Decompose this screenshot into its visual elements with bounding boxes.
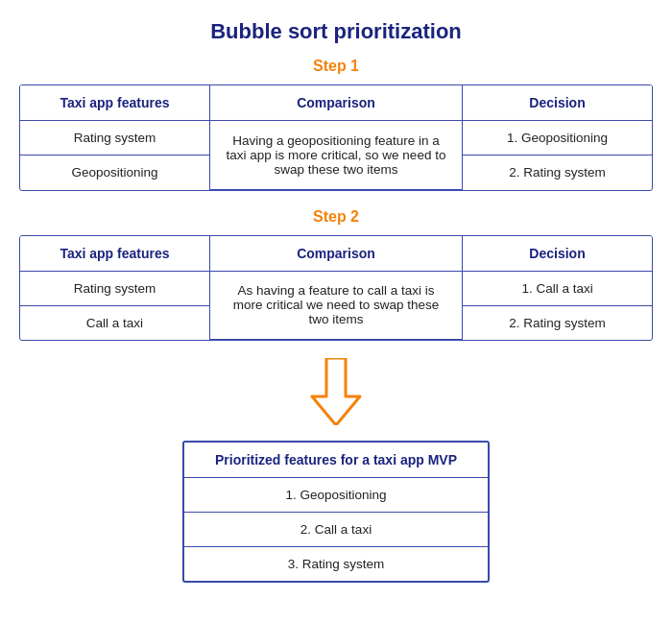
page-title: Bubble sort prioritization	[19, 19, 653, 44]
down-arrow	[19, 358, 653, 425]
step1-label: Step 1	[19, 58, 653, 75]
result-box: Prioritized features for a taxi app MVP …	[182, 441, 490, 583]
result-header: Prioritized features for a taxi app MVP	[184, 443, 488, 478]
table-row: Rating system	[20, 271, 209, 305]
table-row: As having a feature to call a taxi is mo…	[209, 271, 462, 340]
step2-table: Taxi app features Comparison Decision Ra…	[19, 235, 653, 342]
table-row: 2. Rating system	[463, 156, 652, 190]
step2-label: Step 2	[19, 208, 653, 226]
step1-header-decision: Decision	[463, 85, 652, 121]
list-item: 2. Call a taxi	[184, 513, 488, 547]
step2-header-decision: Decision	[463, 236, 652, 272]
list-item: 3. Rating system	[184, 547, 488, 581]
table-row: 1. Geopositioning	[463, 121, 652, 156]
table-row: Rating system	[20, 121, 209, 156]
step1-header-comparison: Comparison	[209, 85, 462, 121]
table-row: Call a taxi	[20, 305, 209, 340]
step1-header-feature: Taxi app features	[20, 85, 209, 121]
table-row: 1. Call a taxi	[463, 271, 652, 305]
svg-marker-0	[312, 358, 360, 425]
step1-table: Taxi app features Comparison Decision Ra…	[19, 84, 653, 191]
step2-header-feature: Taxi app features	[20, 236, 209, 272]
table-row: 2. Rating system	[463, 305, 652, 340]
list-item: 1. Geopositioning	[184, 478, 488, 513]
table-row: Geopositioning	[20, 156, 209, 190]
table-row: Having a geopositioning feature in a tax…	[209, 121, 462, 190]
step2-header-comparison: Comparison	[209, 236, 462, 272]
